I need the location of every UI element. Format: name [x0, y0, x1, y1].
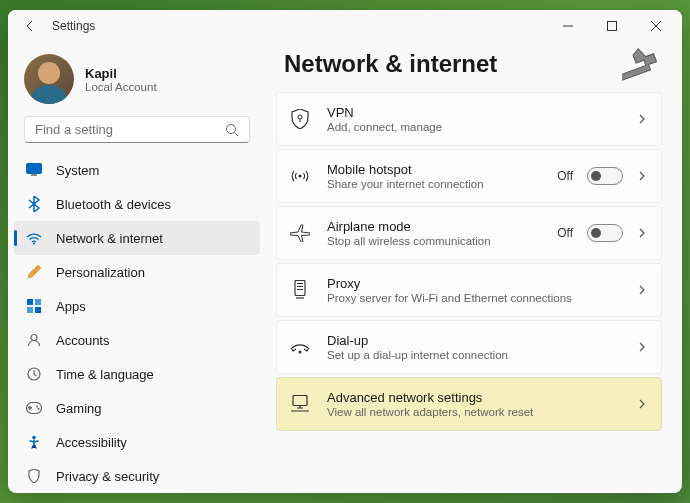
svg-point-17: [298, 115, 302, 119]
setting-mobile-hotspot[interactable]: Mobile hotspot Share your internet conne…: [276, 149, 662, 203]
sidebar: Kapil Local Account System: [8, 42, 266, 493]
sidebar-item-accounts[interactable]: Accounts: [14, 323, 260, 357]
svg-rect-3: [31, 174, 37, 176]
setting-title: Advanced network settings: [327, 390, 637, 405]
svg-point-23: [299, 351, 302, 354]
dialup-icon: [289, 336, 311, 358]
setting-dialup[interactable]: Dial-up Set up a dial-up internet connec…: [276, 320, 662, 374]
hammer-overlay-icon: [622, 46, 670, 94]
gaming-icon: [26, 400, 42, 416]
svg-rect-5: [27, 299, 33, 305]
sidebar-item-label: Apps: [56, 299, 86, 314]
proxy-icon: [289, 279, 311, 301]
sidebar-item-apps[interactable]: Apps: [14, 289, 260, 323]
window-controls: [546, 11, 678, 41]
toggle-state-label: Off: [557, 169, 573, 183]
hotspot-toggle[interactable]: [587, 167, 623, 185]
setting-subtitle: Stop all wireless communication: [327, 235, 557, 247]
svg-rect-22: [297, 289, 303, 290]
svg-rect-13: [28, 407, 32, 409]
airplane-toggle[interactable]: [587, 224, 623, 242]
time-icon: [26, 366, 42, 382]
hotspot-icon: [289, 165, 311, 187]
sidebar-item-label: System: [56, 163, 99, 178]
svg-rect-2: [27, 164, 42, 174]
sidebar-item-personalization[interactable]: Personalization: [14, 255, 260, 289]
svg-rect-24: [293, 396, 307, 406]
sidebar-item-label: Gaming: [56, 401, 102, 416]
personalization-icon: [26, 264, 42, 280]
sidebar-item-label: Accounts: [56, 333, 109, 348]
minimize-button[interactable]: [546, 11, 590, 41]
accounts-icon: [26, 332, 42, 348]
sidebar-item-accessibility[interactable]: Accessibility: [14, 425, 260, 459]
main-panel: Network & internet VPN Add, connect, man…: [266, 42, 682, 493]
setting-subtitle: View all network adapters, network reset: [327, 406, 637, 418]
svg-rect-8: [35, 307, 41, 313]
profile-section[interactable]: Kapil Local Account: [8, 46, 266, 116]
settings-window: Settings Kapil Local Account: [8, 10, 682, 493]
svg-point-9: [31, 335, 37, 341]
setting-title: Airplane mode: [327, 219, 557, 234]
system-icon: [26, 162, 42, 178]
setting-title: Proxy: [327, 276, 637, 291]
back-button[interactable]: [24, 20, 36, 32]
nav-list: System Bluetooth & devices Network & int…: [8, 153, 266, 493]
sidebar-item-time[interactable]: Time & language: [14, 357, 260, 391]
sidebar-item-gaming[interactable]: Gaming: [14, 391, 260, 425]
accessibility-icon: [26, 434, 42, 450]
setting-subtitle: Proxy server for Wi-Fi and Ethernet conn…: [327, 292, 637, 304]
chevron-right-icon: [637, 171, 647, 181]
svg-point-15: [38, 408, 40, 410]
settings-list: VPN Add, connect, manage Mobile hotsp: [276, 92, 662, 431]
svg-point-14: [36, 406, 38, 408]
svg-rect-0: [608, 22, 617, 31]
airplane-icon: [289, 222, 311, 244]
maximize-button[interactable]: [590, 11, 634, 41]
svg-point-16: [32, 436, 36, 440]
sidebar-item-system[interactable]: System: [14, 153, 260, 187]
privacy-icon: [26, 468, 42, 484]
setting-subtitle: Add, connect, manage: [327, 121, 637, 133]
setting-vpn[interactable]: VPN Add, connect, manage: [276, 92, 662, 146]
svg-point-4: [33, 243, 35, 245]
sidebar-item-privacy[interactable]: Privacy & security: [14, 459, 260, 493]
svg-rect-21: [297, 286, 303, 287]
close-button[interactable]: [634, 11, 678, 41]
page-title: Network & internet: [284, 50, 662, 78]
sidebar-item-label: Personalization: [56, 265, 145, 280]
sidebar-item-network[interactable]: Network & internet: [14, 221, 260, 255]
sidebar-item-label: Network & internet: [56, 231, 163, 246]
svg-rect-19: [295, 281, 305, 296]
sidebar-item-label: Accessibility: [56, 435, 127, 450]
setting-proxy[interactable]: Proxy Proxy server for Wi-Fi and Etherne…: [276, 263, 662, 317]
setting-title: Dial-up: [327, 333, 637, 348]
svg-rect-7: [27, 307, 33, 313]
window-title: Settings: [52, 19, 95, 33]
avatar: [24, 54, 74, 104]
setting-subtitle: Set up a dial-up internet connection: [327, 349, 637, 361]
apps-icon: [26, 298, 42, 314]
sidebar-item-label: Privacy & security: [56, 469, 159, 484]
network-icon: [26, 230, 42, 246]
chevron-right-icon: [637, 399, 647, 409]
svg-rect-20: [297, 283, 303, 284]
chevron-right-icon: [637, 342, 647, 352]
setting-airplane-mode[interactable]: Airplane mode Stop all wireless communic…: [276, 206, 662, 260]
setting-title: VPN: [327, 105, 637, 120]
sidebar-item-bluetooth[interactable]: Bluetooth & devices: [14, 187, 260, 221]
svg-rect-6: [35, 299, 41, 305]
vpn-icon: [289, 108, 311, 130]
bluetooth-icon: [26, 196, 42, 212]
advanced-network-icon: [289, 393, 311, 415]
setting-subtitle: Share your internet connection: [327, 178, 557, 190]
chevron-right-icon: [637, 114, 647, 124]
setting-advanced-network[interactable]: Advanced network settings View all netwo…: [276, 377, 662, 431]
profile-subtitle: Local Account: [85, 81, 157, 93]
setting-title: Mobile hotspot: [327, 162, 557, 177]
svg-point-18: [299, 175, 302, 178]
chevron-right-icon: [637, 228, 647, 238]
search-input[interactable]: [35, 122, 225, 137]
titlebar: Settings: [8, 10, 682, 42]
search-box[interactable]: [24, 116, 250, 143]
